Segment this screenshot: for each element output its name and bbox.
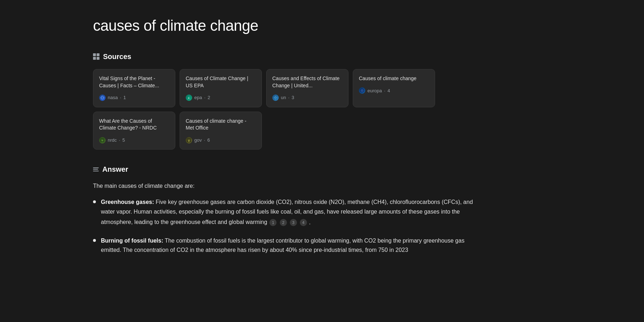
svg-point-0 bbox=[101, 96, 104, 99]
source-card-5[interactable]: What Are the Causes of Climate Change? -… bbox=[93, 112, 175, 150]
citations-row-1: 2 3 4 . bbox=[279, 218, 311, 227]
main-content: causes of climate change Sources Vital S… bbox=[0, 0, 501, 278]
answer-text-2: Burning of fossil fuels: The combustion … bbox=[101, 236, 479, 255]
answer-list-item-1: Greenhouse gases: Five key greenhouse ga… bbox=[93, 197, 479, 227]
source-card-5-dot: · bbox=[119, 137, 120, 144]
source-card-3-number: 3 bbox=[292, 94, 294, 101]
source-card-4-number: 4 bbox=[387, 87, 390, 94]
source-card-2-domain: epa bbox=[194, 94, 202, 101]
source-card-6-title: Causes of climate change - Met Office bbox=[186, 118, 256, 132]
source-card-6-number: 6 bbox=[208, 137, 210, 144]
sources-section-header: Sources bbox=[93, 51, 479, 62]
source-card-2-meta: E epa · 2 bbox=[186, 94, 256, 101]
bullet-1 bbox=[93, 200, 96, 203]
source-card-1[interactable]: Vital Signs of the Planet - Causes | Fac… bbox=[93, 69, 175, 107]
source-card-1-title: Vital Signs of the Planet - Causes | Fac… bbox=[99, 75, 169, 89]
answer-title: Answer bbox=[102, 164, 128, 175]
svg-point-11 bbox=[362, 90, 362, 91]
answer-term-1: Greenhouse gases: bbox=[101, 199, 154, 205]
source-card-4-meta: europa · 4 bbox=[359, 87, 429, 94]
source-card-4-dot: · bbox=[384, 87, 385, 94]
europa-icon bbox=[359, 87, 365, 94]
source-card-1-dot: · bbox=[120, 94, 121, 101]
source-card-5-domain: nrdc bbox=[108, 137, 117, 144]
source-card-1-domain: nasa bbox=[108, 94, 118, 101]
source-card-3-domain: un bbox=[281, 94, 286, 101]
nasa-icon bbox=[99, 94, 106, 101]
source-card-6-dot: · bbox=[204, 137, 205, 144]
answer-icon bbox=[93, 167, 99, 171]
citation-4[interactable]: 4 bbox=[300, 219, 307, 226]
page-title: causes of climate change bbox=[93, 14, 479, 37]
source-card-1-number: 1 bbox=[123, 94, 126, 101]
sources-title: Sources bbox=[103, 51, 131, 62]
source-card-2-dot: · bbox=[204, 94, 206, 101]
source-card-3-meta: un · 3 bbox=[272, 94, 342, 101]
answer-list-item-2: Burning of fossil fuels: The combustion … bbox=[93, 236, 479, 255]
source-card-5-number: 5 bbox=[122, 137, 125, 144]
sources-grid: Vital Signs of the Planet - Causes | Fac… bbox=[93, 69, 479, 150]
source-card-6[interactable]: Causes of climate change - Met Office ♛ … bbox=[180, 112, 262, 150]
epa-icon: E bbox=[186, 94, 192, 101]
source-card-3-dot: · bbox=[288, 94, 289, 101]
answer-intro: The main causes of climate change are: bbox=[93, 182, 479, 190]
sources-icon bbox=[93, 53, 99, 60]
citation-3[interactable]: 3 bbox=[290, 219, 297, 226]
source-card-1-meta: nasa · 1 bbox=[99, 94, 169, 101]
answer-section: Answer The main causes of climate change… bbox=[93, 164, 479, 255]
bullet-2 bbox=[93, 239, 96, 242]
answer-text-1: Greenhouse gases: Five key greenhouse ga… bbox=[101, 197, 479, 227]
source-card-2-title: Causes of Climate Change | US EPA bbox=[186, 75, 256, 89]
nrdc-icon: N bbox=[99, 137, 106, 143]
source-card-5-title: What Are the Causes of Climate Change? -… bbox=[99, 118, 169, 132]
svg-text:N: N bbox=[101, 139, 103, 142]
un-icon bbox=[272, 94, 279, 101]
source-card-2[interactable]: Causes of Climate Change | US EPA E epa … bbox=[180, 69, 262, 107]
source-card-4-title: Causes of climate change bbox=[359, 75, 429, 82]
source-card-4[interactable]: Causes of climate change europa · 4 bbox=[353, 69, 435, 107]
citation-1[interactable]: 1 bbox=[269, 219, 277, 226]
source-card-5-meta: N nrdc · 5 bbox=[99, 137, 169, 144]
svg-text:♛: ♛ bbox=[187, 138, 190, 142]
source-card-4-domain: europa bbox=[367, 87, 382, 94]
gov-icon: ♛ bbox=[186, 137, 192, 143]
source-card-6-meta: ♛ gov · 6 bbox=[186, 137, 256, 144]
source-card-3-title: Causes and Effects of Climate Change | U… bbox=[272, 75, 342, 89]
citation-2[interactable]: 2 bbox=[280, 219, 287, 226]
period-1: . bbox=[309, 218, 311, 227]
source-card-6-domain: gov bbox=[194, 137, 202, 144]
answer-list: Greenhouse gases: Five key greenhouse ga… bbox=[93, 197, 479, 255]
source-card-2-number: 2 bbox=[208, 94, 210, 101]
answer-term-2: Burning of fossil fuels: bbox=[101, 238, 163, 244]
source-card-3[interactable]: Causes and Effects of Climate Change | U… bbox=[266, 69, 348, 107]
answer-section-header: Answer bbox=[93, 164, 479, 175]
